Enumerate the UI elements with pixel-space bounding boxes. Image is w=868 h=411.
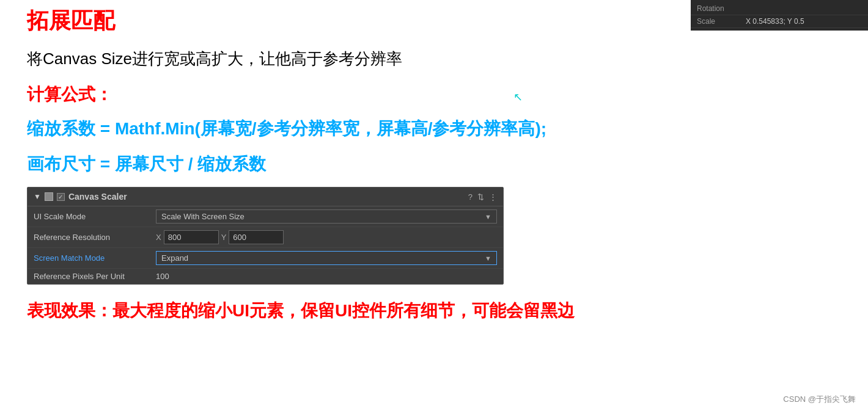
scale-row: Scale X 0.545833; Y 0.5 — [691, 15, 868, 28]
scale-label: Scale — [697, 17, 746, 26]
ui-scale-mode-row: UI Scale Mode Scale With Screen Size ▼ — [28, 206, 503, 227]
screen-match-mode-dropdown[interactable]: Expand ▼ — [156, 251, 497, 265]
rotation-label: Rotation — [697, 4, 746, 13]
main-content: 拓展匹配 将Canvas Size进行宽或高扩大，让他高于参考分辨率 计算公式：… — [0, 0, 691, 342]
screen-match-mode-row: Screen Match Mode Expand ▼ — [28, 248, 503, 269]
y-label: Y — [221, 233, 227, 242]
watermark: CSDN @于指尖飞舞 — [783, 394, 856, 405]
reference-pixels-value: 100 — [156, 272, 169, 281]
x-label: X — [156, 233, 161, 242]
formula-scale: 缩放系数 = Mathf.Min(屏幕宽/参考分辨率宽，屏幕高/参考分辨率高); — [27, 116, 664, 142]
formula-label: 计算公式： — [27, 83, 664, 106]
screen-match-mode-label: Screen Match Mode — [34, 253, 156, 263]
reference-resolution-x[interactable] — [164, 230, 219, 244]
reference-pixels-label: Reference Pixels Per Unit — [34, 272, 156, 281]
reference-resolution-row: Reference Resolution X Y — [28, 227, 503, 248]
collapse-arrow-icon[interactable]: ▼ — [34, 192, 41, 201]
page-title: 拓展匹配 — [27, 6, 664, 36]
help-icon[interactable]: ? — [468, 192, 473, 202]
panel-title: Canvas Scaler — [68, 192, 465, 202]
unity-canvas-scaler-panel: ▼ Canvas Scaler ? ⇅ ⋮ UI Scale Mode Scal… — [27, 187, 504, 285]
reference-pixels-row: Reference Pixels Per Unit 100 — [28, 269, 503, 284]
top-right-panel: Rotation Scale X 0.545833; Y 0.5 — [691, 0, 868, 31]
menu-icon[interactable]: ⋮ — [489, 192, 497, 202]
reference-resolution-label: Reference Resolution — [34, 233, 156, 242]
description-text: 将Canvas Size进行宽或高扩大，让他高于参考分辨率 — [27, 47, 664, 71]
ui-scale-mode-label: UI Scale Mode — [34, 212, 156, 221]
formula-canvas: 画布尺寸 = 屏幕尺寸 / 缩放系数 — [27, 151, 664, 177]
unity-panel-header: ▼ Canvas Scaler ? ⇅ ⋮ — [28, 187, 503, 206]
screen-match-mode-value: Expand — [161, 253, 188, 263]
enabled-checkbox[interactable] — [57, 193, 65, 201]
reference-resolution-y[interactable] — [229, 230, 284, 244]
screen-match-dropdown-arrow-icon: ▼ — [485, 255, 491, 262]
dropdown-arrow-icon: ▼ — [485, 213, 491, 220]
cursor: ↖ — [513, 90, 526, 103]
panel-header-icons: ? ⇅ ⋮ — [468, 192, 497, 202]
cursor-icon: ↖ — [513, 91, 523, 103]
ui-scale-mode-value: Scale With Screen Size — [161, 212, 245, 221]
presets-icon[interactable]: ⇅ — [477, 192, 484, 202]
component-icon — [45, 192, 53, 201]
rotation-row: Rotation — [691, 2, 868, 15]
ui-scale-mode-dropdown[interactable]: Scale With Screen Size ▼ — [156, 209, 497, 224]
bottom-text: 表现效果：最大程度的缩小UI元素，保留UI控件所有细节，可能会留黑边 — [27, 298, 664, 324]
scale-value: X 0.545833; Y 0.5 — [746, 17, 804, 26]
reference-resolution-inputs: X Y — [156, 230, 284, 244]
